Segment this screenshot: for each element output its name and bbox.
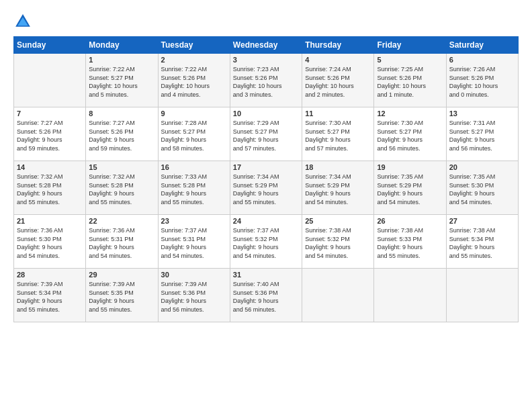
day-number: 9 [161, 109, 227, 118]
cell-5-1: 28Sunrise: 7:39 AM Sunset: 5:34 PM Dayli… [14, 269, 86, 322]
day-number: 16 [161, 163, 227, 171]
day-number: 11 [305, 109, 371, 118]
cell-5-3: 30Sunrise: 7:39 AM Sunset: 5:36 PM Dayli… [158, 269, 230, 322]
cell-content: Sunrise: 7:35 AM Sunset: 5:29 PM Dayligh… [377, 173, 443, 206]
day-number: 26 [377, 217, 443, 225]
cell-1-2: 1Sunrise: 7:22 AM Sunset: 5:27 PM Daylig… [86, 54, 158, 107]
cell-content: Sunrise: 7:34 AM Sunset: 5:29 PM Dayligh… [305, 173, 371, 206]
cell-content: Sunrise: 7:30 AM Sunset: 5:27 PM Dayligh… [377, 119, 443, 152]
header [13, 12, 519, 31]
cell-4-7: 27Sunrise: 7:38 AM Sunset: 5:34 PM Dayli… [446, 215, 518, 269]
cell-3-5: 18Sunrise: 7:34 AM Sunset: 5:29 PM Dayli… [302, 161, 374, 215]
cell-content: Sunrise: 7:27 AM Sunset: 5:26 PM Dayligh… [17, 119, 83, 152]
day-number: 24 [233, 217, 299, 225]
cell-4-2: 22Sunrise: 7:36 AM Sunset: 5:31 PM Dayli… [86, 215, 158, 269]
cell-content: Sunrise: 7:39 AM Sunset: 5:35 PM Dayligh… [89, 280, 154, 314]
cell-4-5: 25Sunrise: 7:38 AM Sunset: 5:32 PM Dayli… [302, 215, 374, 269]
day-number: 17 [233, 163, 299, 171]
week-row-4: 21Sunrise: 7:36 AM Sunset: 5:30 PM Dayli… [14, 215, 519, 269]
cell-1-6: 5Sunrise: 7:25 AM Sunset: 5:26 PM Daylig… [374, 54, 446, 107]
cell-4-4: 24Sunrise: 7:37 AM Sunset: 5:32 PM Dayli… [230, 215, 302, 269]
day-number: 29 [89, 271, 154, 279]
day-number: 25 [305, 217, 371, 225]
cell-content: Sunrise: 7:38 AM Sunset: 5:32 PM Dayligh… [305, 226, 371, 260]
cell-2-3: 9Sunrise: 7:28 AM Sunset: 5:27 PM Daylig… [158, 107, 230, 161]
day-number: 20 [449, 163, 515, 171]
day-number: 27 [449, 217, 515, 225]
day-number: 30 [161, 271, 227, 279]
cell-1-3: 2Sunrise: 7:22 AM Sunset: 5:26 PM Daylig… [158, 54, 230, 107]
cell-content: Sunrise: 7:32 AM Sunset: 5:28 PM Dayligh… [89, 173, 154, 206]
cell-content: Sunrise: 7:27 AM Sunset: 5:26 PM Dayligh… [89, 119, 154, 152]
cell-1-5: 4Sunrise: 7:24 AM Sunset: 5:26 PM Daylig… [302, 54, 374, 107]
col-header-tuesday: Tuesday [158, 37, 230, 54]
day-number: 2 [161, 56, 227, 64]
cell-content: Sunrise: 7:36 AM Sunset: 5:30 PM Dayligh… [17, 226, 83, 260]
day-number: 5 [377, 56, 443, 64]
cell-2-5: 11Sunrise: 7:30 AM Sunset: 5:27 PM Dayli… [302, 107, 374, 161]
cell-5-7 [446, 269, 518, 322]
cell-content: Sunrise: 7:29 AM Sunset: 5:27 PM Dayligh… [233, 119, 299, 152]
cell-2-6: 12Sunrise: 7:30 AM Sunset: 5:27 PM Dayli… [374, 107, 446, 161]
week-row-5: 28Sunrise: 7:39 AM Sunset: 5:34 PM Dayli… [14, 269, 519, 322]
day-number: 28 [17, 271, 83, 279]
cell-5-4: 31Sunrise: 7:40 AM Sunset: 5:36 PM Dayli… [230, 269, 302, 322]
day-number: 7 [17, 109, 83, 118]
col-header-thursday: Thursday [302, 37, 374, 54]
col-header-sunday: Sunday [14, 37, 86, 54]
col-header-saturday: Saturday [446, 37, 518, 54]
day-number: 12 [377, 109, 443, 118]
cell-3-7: 20Sunrise: 7:35 AM Sunset: 5:30 PM Dayli… [446, 161, 518, 215]
cell-1-4: 3Sunrise: 7:23 AM Sunset: 5:26 PM Daylig… [230, 54, 302, 107]
header-row: SundayMondayTuesdayWednesdayThursdayFrid… [14, 37, 519, 54]
day-number: 21 [17, 217, 83, 225]
col-header-monday: Monday [86, 37, 158, 54]
cell-content: Sunrise: 7:37 AM Sunset: 5:31 PM Dayligh… [161, 226, 227, 260]
cell-content: Sunrise: 7:39 AM Sunset: 5:36 PM Dayligh… [161, 280, 227, 314]
cell-content: Sunrise: 7:25 AM Sunset: 5:26 PM Dayligh… [377, 65, 443, 99]
cell-content: Sunrise: 7:38 AM Sunset: 5:33 PM Dayligh… [377, 226, 443, 260]
day-number: 15 [89, 163, 154, 171]
week-row-2: 7Sunrise: 7:27 AM Sunset: 5:26 PM Daylig… [14, 107, 519, 161]
cell-content: Sunrise: 7:22 AM Sunset: 5:26 PM Dayligh… [161, 65, 227, 99]
cell-2-7: 13Sunrise: 7:31 AM Sunset: 5:27 PM Dayli… [446, 107, 518, 161]
cell-5-6 [374, 269, 446, 322]
week-row-3: 14Sunrise: 7:32 AM Sunset: 5:28 PM Dayli… [14, 161, 519, 215]
cell-content: Sunrise: 7:37 AM Sunset: 5:32 PM Dayligh… [233, 226, 299, 260]
day-number: 13 [449, 109, 515, 118]
day-number: 18 [305, 163, 371, 171]
cell-content: Sunrise: 7:28 AM Sunset: 5:27 PM Dayligh… [161, 119, 227, 152]
cell-content: Sunrise: 7:26 AM Sunset: 5:26 PM Dayligh… [449, 65, 515, 99]
cell-1-7: 6Sunrise: 7:26 AM Sunset: 5:26 PM Daylig… [446, 54, 518, 107]
day-number: 8 [89, 109, 154, 118]
calendar-table: SundayMondayTuesdayWednesdayThursdayFrid… [13, 36, 519, 322]
cell-4-1: 21Sunrise: 7:36 AM Sunset: 5:30 PM Dayli… [14, 215, 86, 269]
cell-1-1 [14, 54, 86, 107]
cell-2-2: 8Sunrise: 7:27 AM Sunset: 5:26 PM Daylig… [86, 107, 158, 161]
cell-content: Sunrise: 7:36 AM Sunset: 5:31 PM Dayligh… [89, 226, 154, 260]
cell-3-4: 17Sunrise: 7:34 AM Sunset: 5:29 PM Dayli… [230, 161, 302, 215]
cell-content: Sunrise: 7:32 AM Sunset: 5:28 PM Dayligh… [17, 173, 83, 206]
day-number: 4 [305, 56, 371, 64]
day-number: 1 [89, 56, 154, 64]
col-header-friday: Friday [374, 37, 446, 54]
day-number: 22 [89, 217, 154, 225]
day-number: 23 [161, 217, 227, 225]
cell-3-2: 15Sunrise: 7:32 AM Sunset: 5:28 PM Dayli… [86, 161, 158, 215]
cell-content: Sunrise: 7:30 AM Sunset: 5:27 PM Dayligh… [305, 119, 371, 152]
cell-4-6: 26Sunrise: 7:38 AM Sunset: 5:33 PM Dayli… [374, 215, 446, 269]
cell-4-3: 23Sunrise: 7:37 AM Sunset: 5:31 PM Dayli… [158, 215, 230, 269]
cell-5-2: 29Sunrise: 7:39 AM Sunset: 5:35 PM Dayli… [86, 269, 158, 322]
cell-5-5 [302, 269, 374, 322]
cell-content: Sunrise: 7:34 AM Sunset: 5:29 PM Dayligh… [233, 173, 299, 206]
day-number: 19 [377, 163, 443, 171]
logo [13, 12, 35, 31]
col-header-wednesday: Wednesday [230, 37, 302, 54]
day-number: 6 [449, 56, 515, 64]
cell-content: Sunrise: 7:35 AM Sunset: 5:30 PM Dayligh… [449, 173, 515, 206]
cell-content: Sunrise: 7:38 AM Sunset: 5:34 PM Dayligh… [449, 226, 515, 260]
cell-content: Sunrise: 7:40 AM Sunset: 5:36 PM Dayligh… [233, 280, 299, 314]
cell-content: Sunrise: 7:23 AM Sunset: 5:26 PM Dayligh… [233, 65, 299, 99]
cell-3-6: 19Sunrise: 7:35 AM Sunset: 5:29 PM Dayli… [374, 161, 446, 215]
cell-content: Sunrise: 7:22 AM Sunset: 5:27 PM Dayligh… [89, 65, 154, 99]
